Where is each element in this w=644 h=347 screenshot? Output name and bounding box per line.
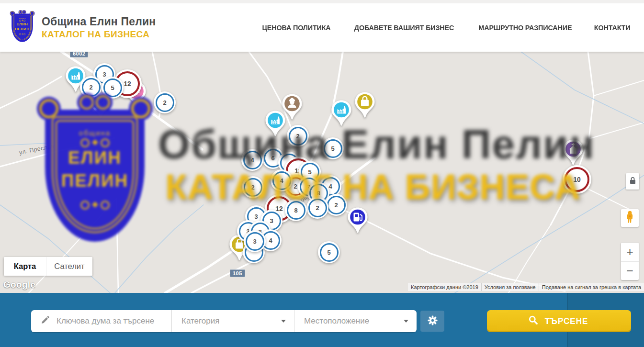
location-select[interactable]: Местоположение <box>294 310 417 332</box>
map-attribution-link[interactable]: Условия за ползване <box>481 283 539 291</box>
map-pin-factory[interactable] <box>330 100 352 129</box>
chevron-down-icon <box>281 320 286 323</box>
map-cluster-marker[interactable]: 2 <box>242 176 264 198</box>
google-logo[interactable]: Google <box>3 280 35 290</box>
map-type-satellite-button[interactable]: Сателит <box>46 257 92 276</box>
emblem-text-line2: ПЕЛИН <box>11 27 34 31</box>
main-nav: ЦЕНОВА ПОЛИТИКАДОБАВЕТЕ ВАШИЯТ БИЗНЕСМАР… <box>260 23 632 32</box>
map-pin-bag[interactable] <box>354 91 376 121</box>
pegman-icon <box>626 211 634 225</box>
site-brand[interactable]: община ЕЛИН ПЕЛИН Община Елин Пелин КАТА… <box>11 12 156 43</box>
pencil-icon <box>41 316 49 326</box>
map-type-control: Карта Сателит <box>4 257 92 276</box>
search-button-label: ТЪРСЕНЕ <box>544 316 588 326</box>
map-cluster-marker[interactable]: 5 <box>318 241 340 263</box>
map-cluster-marker[interactable]: 2 <box>287 125 309 147</box>
emblem-text-top: община <box>11 18 34 20</box>
search-bar: Категория Местоположение ТЪРСЕНЕ <box>0 293 644 347</box>
keyword-field[interactable] <box>31 310 171 332</box>
search-button[interactable]: ТЪРСЕНЕ <box>487 310 631 332</box>
search-icon <box>529 315 538 327</box>
chevron-down-icon <box>404 320 408 323</box>
category-select-value: Категория <box>181 316 219 326</box>
google-map[interactable]: 6002105ул. Преславбул. „Новоселщи 123252… <box>0 52 644 293</box>
gear-icon <box>428 315 438 327</box>
location-select-value: Местоположение <box>304 316 369 326</box>
keyword-input[interactable] <box>56 316 160 326</box>
map-cluster-marker[interactable]: 10 <box>563 165 591 194</box>
map-cluster-marker[interactable]: 4 <box>241 149 263 171</box>
map-cluster-marker[interactable]: 2 <box>306 197 328 219</box>
map-cluster-marker[interactable]: 2 <box>325 194 347 216</box>
zoom-out-button[interactable]: − <box>621 262 639 280</box>
emblem-text-line1: ЕЛИН <box>11 22 34 26</box>
site-header: община ЕЛИН ПЕЛИН Община Елин Пелин КАТА… <box>0 0 644 52</box>
map-pin-factory[interactable] <box>264 110 286 140</box>
map-attribution-link[interactable]: Подаване на сигнал за грешка в картата <box>539 283 644 291</box>
map-pin-church[interactable] <box>562 139 584 168</box>
map-markers-layer: 1232522564713524748221228333843510 <box>0 52 644 293</box>
nav-item[interactable]: ДОБАВЕТЕ ВАШИЯТ БИЗНЕС <box>354 23 454 32</box>
zoom-control: + − <box>621 243 639 280</box>
category-select[interactable]: Категория <box>171 310 294 332</box>
street-view-pegman-button[interactable] <box>621 209 639 227</box>
map-cluster-marker[interactable]: 8 <box>285 199 307 221</box>
map-cluster-marker[interactable]: 5 <box>322 137 344 159</box>
site-subtitle: КАТАЛОГ НА БИЗНЕСА <box>42 29 156 40</box>
municipality-emblem-logo: община ЕЛИН ПЕЛИН <box>11 12 34 43</box>
search-fields: Категория Местоположение <box>31 310 417 332</box>
lock-icon <box>630 177 636 186</box>
map-pin-fuel[interactable] <box>347 207 369 236</box>
advanced-settings-button[interactable] <box>420 311 444 332</box>
map-cluster-marker[interactable]: 2 <box>154 91 176 113</box>
map-type-map-button[interactable]: Карта <box>4 257 46 276</box>
map-cluster-marker[interactable]: 4 <box>271 169 293 191</box>
map-data-notice: Картографски данни ©2019 <box>408 283 481 291</box>
nav-item[interactable]: ЦЕНОВА ПОЛИТИКА <box>262 23 330 32</box>
map-lock-button[interactable] <box>626 173 639 190</box>
site-title: Община Елин Пелин <box>42 15 156 28</box>
nav-item[interactable]: МАРШРУТНО РАЗПИСАНИЕ <box>478 23 572 32</box>
nav-item[interactable]: КОНТАКТИ <box>594 23 631 32</box>
map-cluster-marker[interactable]: 3 <box>244 230 266 252</box>
map-cluster-marker[interactable]: 2 <box>80 76 102 98</box>
map-attribution: Картографски данни ©2019Условия за ползв… <box>408 283 644 291</box>
map-cluster-marker[interactable]: 5 <box>102 77 124 99</box>
zoom-in-button[interactable]: + <box>621 243 639 262</box>
